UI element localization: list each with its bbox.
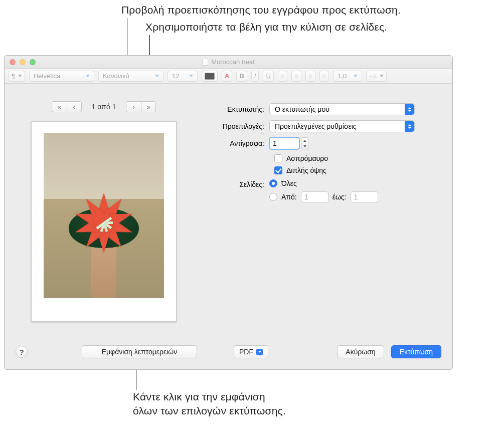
- chevron-right-icon: ›: [133, 103, 135, 111]
- pages-all-label: Όλες: [281, 179, 297, 187]
- duplex-label: Διπλής όψης: [286, 166, 326, 174]
- cancel-button[interactable]: Ακύρωση: [337, 345, 384, 358]
- print-button[interactable]: Εκτύπωση: [391, 345, 441, 358]
- pdf-menu-button[interactable]: PDF: [234, 345, 268, 358]
- pages-label: Σελίδες:: [204, 179, 269, 188]
- line-spacing-select[interactable]: 1,0: [333, 71, 362, 82]
- first-page-button[interactable]: «: [52, 101, 67, 112]
- select-arrows-icon: [405, 104, 414, 115]
- chevron-down-icon: [354, 75, 358, 77]
- align-right-button[interactable]: ≡: [305, 71, 315, 82]
- chevrons-right-icon: »: [147, 103, 150, 111]
- align-left-button[interactable]: ≡: [278, 71, 288, 82]
- printer-value: Ο εκτυπωτής μου: [275, 105, 329, 113]
- close-button[interactable]: [10, 59, 16, 65]
- page-next-group: › »: [126, 101, 156, 112]
- prev-page-button[interactable]: ‹: [67, 101, 82, 112]
- question-icon: ?: [19, 348, 24, 356]
- chevron-left-icon: ‹: [73, 103, 75, 111]
- a-icon: A: [225, 72, 229, 80]
- page-prev-group: « ‹: [52, 101, 82, 112]
- dialog-footer: ? Εμφάνιση λεπτομερειών PDF Ακύρωση Εκτύ…: [5, 338, 452, 369]
- font-size-select[interactable]: 12: [167, 71, 198, 82]
- text-color-button[interactable]: [202, 71, 218, 82]
- cancel-label: Ακύρωση: [346, 348, 375, 356]
- chevron-down-icon: [256, 349, 263, 355]
- preview-image: [44, 133, 164, 298]
- callout-arrows: Χρησιμοποιήστε τα βέλη για την κύλιση σε…: [145, 21, 387, 33]
- font-weight-label: Κανονικά: [103, 72, 129, 80]
- pages-from-input[interactable]: [301, 191, 328, 202]
- pages-all-radio[interactable]: [269, 179, 277, 187]
- bw-checkbox[interactable]: [274, 154, 282, 162]
- underline-icon: U: [266, 72, 270, 80]
- zoom-button[interactable]: [30, 59, 36, 65]
- list-icon: ··≡: [369, 72, 377, 80]
- pages-range-radio[interactable]: [269, 193, 277, 201]
- options-pane: Εκτυπωτής: Ο εκτυπωτής μου Προεπιλογές: …: [194, 94, 443, 338]
- format-toolbar: ¶ Helvetica Κανονικά 12 A B I U ≡ ≡ ≡ ≡ …: [5, 69, 452, 84]
- callout-details-1: Κάντε κλικ για την εμφάνιση: [133, 391, 265, 403]
- bold-button[interactable]: B: [236, 71, 247, 82]
- align-center-icon: ≡: [294, 72, 298, 80]
- show-details-button[interactable]: Εμφάνιση λεπτομερειών: [82, 345, 197, 358]
- document-icon: [202, 59, 208, 66]
- pages-from-label: Από:: [281, 193, 297, 201]
- window-title-text: Moroccan treat: [211, 58, 255, 66]
- titlebar: Moroccan treat: [5, 56, 452, 69]
- copies-input[interactable]: [269, 137, 299, 149]
- preview-pane: « ‹ 1 από 1 › »: [14, 94, 194, 338]
- copies-stepper: [269, 137, 308, 149]
- traffic-lights: [10, 59, 36, 65]
- last-page-button[interactable]: »: [141, 101, 156, 112]
- callout-preview: Προβολή προεπισκόπησης του εγγράφου προς…: [121, 4, 401, 16]
- strike-color-button[interactable]: A: [222, 71, 232, 82]
- next-page-button[interactable]: ›: [126, 101, 141, 112]
- align-left-icon: ≡: [281, 72, 285, 80]
- align-right-icon: ≡: [308, 72, 312, 80]
- window-title: Moroccan treat: [5, 58, 452, 66]
- pilcrow-icon: ¶: [12, 72, 15, 80]
- print-dialog: « ‹ 1 από 1 › »: [4, 84, 453, 370]
- select-arrows-icon: [405, 121, 414, 132]
- printer-select[interactable]: Ο εκτυπωτής μου: [269, 103, 415, 115]
- pages-radio-group: Όλες Από: έως:: [269, 179, 378, 202]
- minimize-button[interactable]: [20, 59, 26, 65]
- chevron-down-icon: [155, 75, 159, 77]
- chevron-down-icon: [189, 75, 193, 77]
- font-size-label: 12: [172, 72, 179, 80]
- color-swatch-icon: [205, 73, 215, 80]
- page-navigator: « ‹ 1 από 1 › »: [52, 101, 156, 112]
- pages-to-label: έως:: [332, 193, 347, 201]
- italic-button[interactable]: I: [251, 71, 259, 82]
- help-button[interactable]: ?: [16, 346, 28, 358]
- presets-value: Προεπιλεγμένες ρυθμίσεις: [275, 122, 357, 130]
- chevron-down-icon: [380, 75, 384, 77]
- step-up-icon: [301, 138, 308, 143]
- app-window: Moroccan treat ¶ Helvetica Κανονικά 12 A…: [4, 55, 453, 84]
- font-family-select[interactable]: Helvetica: [29, 71, 94, 82]
- font-family-label: Helvetica: [34, 72, 60, 80]
- line-spacing-label: 1,0: [338, 72, 347, 80]
- copies-stepper-buttons[interactable]: [301, 137, 308, 149]
- page-indicator: 1 από 1: [92, 103, 116, 111]
- presets-select[interactable]: Προεπιλεγμένες ρυθμίσεις: [269, 120, 415, 132]
- presets-label: Προεπιλογές:: [204, 122, 269, 130]
- pages-to-input[interactable]: [351, 191, 378, 202]
- duplex-checkbox[interactable]: [274, 166, 282, 174]
- align-center-button[interactable]: ≡: [291, 71, 301, 82]
- pdf-label: PDF: [239, 348, 253, 356]
- step-down-icon: [301, 143, 308, 149]
- align-justify-icon: ≡: [322, 72, 326, 80]
- preview-page: [31, 121, 177, 322]
- show-details-label: Εμφάνιση λεπτομερειών: [102, 348, 178, 356]
- list-style-button[interactable]: ··≡: [366, 71, 387, 82]
- chevron-down-icon: [86, 75, 90, 77]
- underline-button[interactable]: U: [263, 71, 273, 82]
- bw-label: Ασπρόμαυρο: [286, 154, 328, 162]
- callout-details-2: όλων των επιλογών εκτύπωσης.: [133, 405, 286, 417]
- align-justify-button[interactable]: ≡: [319, 71, 329, 82]
- paragraph-style-button[interactable]: ¶: [9, 71, 25, 82]
- font-weight-select[interactable]: Κανονικά: [98, 71, 163, 82]
- bold-icon: B: [239, 72, 244, 80]
